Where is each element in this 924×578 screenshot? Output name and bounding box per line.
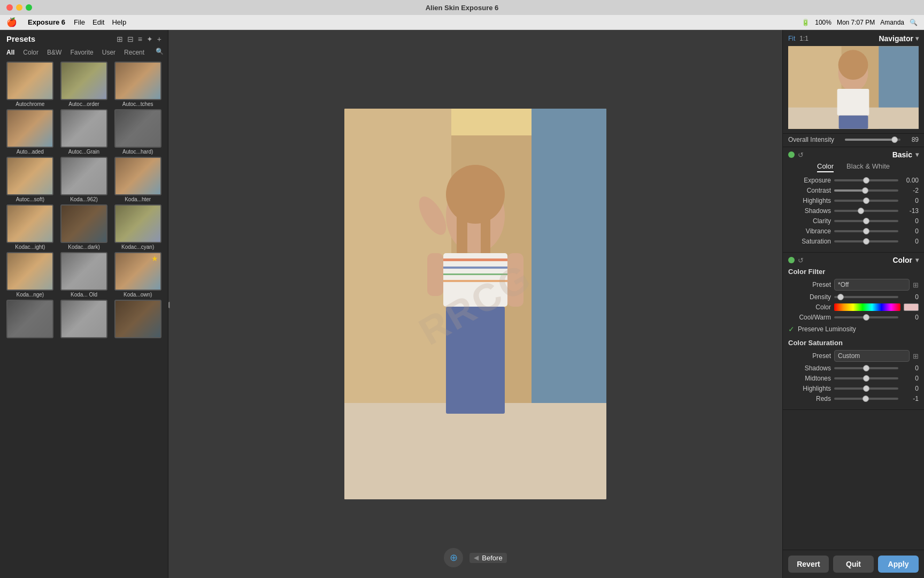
color-refresh-icon[interactable]: ↺ [798,256,804,264]
list-item[interactable]: Koda... Old [58,252,110,298]
sat-reds-slider[interactable] [834,398,898,400]
app-name[interactable]: Exposure 6 [28,18,65,26]
cool-warm-slider[interactable] [834,316,898,318]
list-item[interactable]: Autochrome [4,62,56,107]
list-item[interactable]: Kodac...cyan) [112,204,164,250]
intensity-slider[interactable] [845,139,900,141]
list-item[interactable] [112,300,164,339]
special-view-icon[interactable]: ✦ [147,35,153,43]
collapse-left-arrow[interactable]: ◀ [168,299,170,309]
color-filter-preset-select[interactable]: *Off [834,279,910,291]
menu-file[interactable]: File [74,18,85,26]
list-item[interactable]: Auto...aded [4,109,56,155]
tab-favorite[interactable]: Favorite [68,48,95,57]
color-filter-grid-icon[interactable]: ⊞ [913,281,919,289]
apply-button[interactable]: Apply [878,556,919,573]
list-item[interactable]: Autoc...tches [112,62,164,107]
quit-button[interactable]: Quit [833,556,874,573]
density-slider[interactable] [834,296,898,298]
preserve-luminosity-checkbox[interactable]: ✓ [788,325,795,333]
tab-color-mode[interactable]: Color [817,162,834,172]
list-item[interactable] [58,300,110,339]
list-item[interactable]: Autoc...soft) [4,157,56,202]
sat-midtones-thumb[interactable] [863,375,869,382]
basic-refresh-icon[interactable]: ↺ [798,151,804,159]
shadows-slider[interactable] [834,210,898,212]
sat-preset-select[interactable]: Custom [834,350,910,362]
color-active-dot[interactable] [788,257,795,263]
chevron-left-icon[interactable]: ◀ [474,554,479,561]
tab-bw[interactable]: B&W [45,48,64,57]
clarity-slider[interactable] [834,220,898,222]
clarity-row: Clarity 0 [788,217,919,225]
apple-menu[interactable]: 🍎 [6,17,17,27]
basic-active-dot[interactable] [788,151,795,158]
preset-search-icon[interactable]: 🔍 [156,48,164,57]
vibrance-thumb[interactable] [863,228,869,234]
list-item[interactable]: Kodac...dark) [58,204,110,250]
grid-view-icon[interactable]: ⊞ [117,35,123,43]
clarity-thumb[interactable] [863,218,869,224]
sat-highlights-thumb[interactable] [863,385,869,392]
ratio-button[interactable]: 1:1 [799,35,808,42]
sat-reds-thumb[interactable] [863,396,869,402]
cool-warm-thumb[interactable] [863,314,869,321]
intensity-row: Overall Intensity 89 [783,134,924,147]
highlights-slider[interactable] [834,200,898,202]
navigator-chevron[interactable]: ▾ [915,35,919,42]
preset-image [61,110,106,147]
list-item[interactable]: Kodac...ight) [4,204,56,250]
tab-all[interactable]: All [4,48,17,57]
sat-highlights-slider[interactable] [834,387,898,390]
saturation-slider[interactable] [834,240,898,242]
list-item[interactable]: Autoc...order [58,62,110,107]
exposure-thumb[interactable] [863,177,869,184]
sat-shadows-slider[interactable] [834,367,898,369]
highlights-thumb[interactable] [863,197,869,204]
search-icon[interactable]: 🔍 [910,19,918,26]
close-button[interactable] [6,4,13,11]
preset-label: Auto...aded [6,149,53,155]
tab-color[interactable]: Color [21,48,41,57]
list-view-icon[interactable]: ≡ [138,35,142,43]
preset-tabs: All Color B&W Favorite User Recent 🔍 [0,45,168,59]
list-item[interactable]: Autoc...hard) [112,109,164,155]
basic-chevron[interactable]: ▾ [915,151,919,158]
intensity-thumb[interactable] [891,136,898,143]
preserve-luminosity-row[interactable]: ✓ Preserve Luminosity [788,324,919,334]
tab-recent[interactable]: Recent [122,48,147,57]
saturation-thumb[interactable] [863,238,869,245]
minimize-button[interactable] [16,4,22,11]
revert-button[interactable]: Revert [788,556,829,573]
density-thumb[interactable] [837,294,844,300]
small-grid-icon[interactable]: ⊟ [127,35,134,43]
fit-controls: Fit 1:1 [788,35,808,42]
highlights-label: Highlights [788,197,831,204]
sat-shadows-thumb[interactable] [863,365,869,371]
preset-label: Kodac...dark) [60,244,107,250]
tab-bw-mode[interactable]: Black & White [846,162,890,172]
list-item[interactable]: ★ Koda...own) [112,252,164,298]
list-item[interactable]: Koda...nge) [4,252,56,298]
list-item[interactable]: Autoc...Grain [58,109,110,155]
color-gradient-bar[interactable] [834,303,900,311]
fit-button[interactable]: Fit [788,35,795,42]
preset-label: Autoc...soft) [6,196,53,202]
add-preset-button[interactable]: + [157,35,161,43]
list-item[interactable]: Koda...962) [58,157,110,202]
list-item[interactable]: Koda...hter [112,157,164,202]
sat-preset-grid-icon[interactable]: ⊞ [913,352,919,360]
contrast-thumb[interactable] [862,187,868,194]
color-chevron[interactable]: ▾ [915,256,919,264]
menu-help[interactable]: Help [112,18,126,26]
exposure-slider[interactable] [834,179,898,181]
tab-user[interactable]: User [100,48,118,57]
list-item[interactable] [4,300,56,339]
shadows-thumb[interactable] [858,208,864,214]
menu-edit[interactable]: Edit [93,18,104,26]
color-swatch[interactable] [904,303,919,311]
sat-midtones-slider[interactable] [834,377,898,379]
vibrance-slider[interactable] [834,230,898,232]
contrast-slider[interactable] [834,189,898,192]
maximize-button[interactable] [26,4,32,11]
